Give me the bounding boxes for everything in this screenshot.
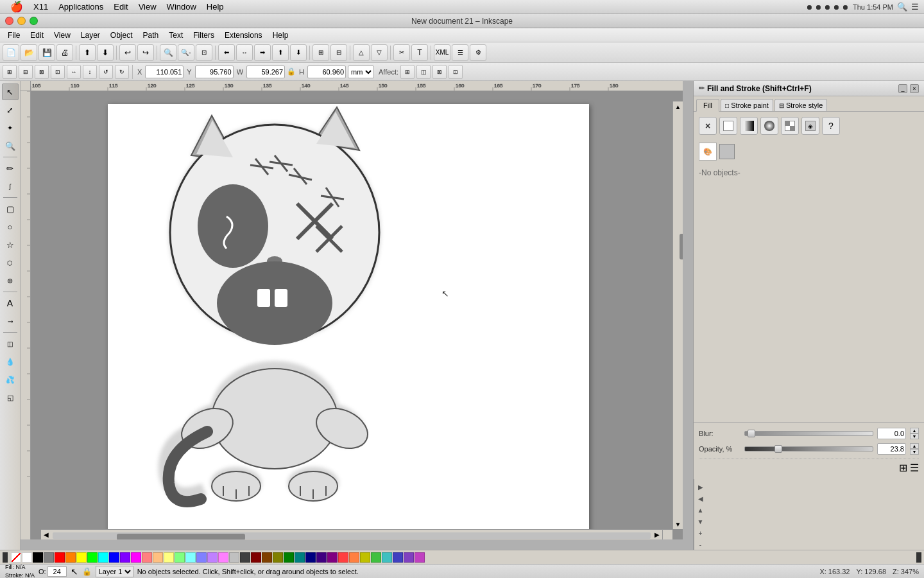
color-swatch-19[interactable]	[229, 552, 239, 563]
align-bottom-button[interactable]: ⬇	[290, 44, 307, 61]
color-swatch-3[interactable]	[55, 552, 65, 563]
edge-button-4[interactable]: ▼	[696, 516, 706, 527]
appmenu-text[interactable]: Text	[164, 30, 188, 41]
blur-slider-track[interactable]	[744, 431, 873, 436]
fill-swatch-button[interactable]: ◈	[801, 117, 819, 135]
opacity-slider-track[interactable]	[744, 446, 873, 451]
menu-applications[interactable]: Applications	[53, 1, 108, 13]
color-swatch-4[interactable]	[65, 552, 76, 563]
opacity-slider-thumb[interactable]	[774, 445, 782, 453]
zoom-fit-button[interactable]: ⊡	[196, 44, 212, 61]
h-input[interactable]	[307, 66, 346, 78]
canvas-area[interactable]: 105 110 115 120 125 130 135 140	[21, 81, 693, 550]
lower-button[interactable]: ▽	[371, 44, 388, 61]
color-swatch-31[interactable]	[360, 552, 370, 563]
zoom-tool-button[interactable]: 🔍	[2, 137, 19, 154]
align-left-button[interactable]: ⬅	[218, 44, 235, 61]
fill-none-button[interactable]: ×	[699, 117, 717, 135]
text-tool-button[interactable]: A	[2, 295, 19, 311]
edge-button-6[interactable]: -	[696, 539, 706, 550]
color-swatch-11[interactable]	[142, 552, 152, 563]
maximize-button[interactable]	[30, 17, 38, 25]
color-swatch-7[interactable]	[98, 552, 108, 563]
select-same-button[interactable]: ⊟	[19, 65, 33, 79]
eraser-tool-button[interactable]: ◱	[2, 389, 19, 406]
scroll-left-button[interactable]: ◀	[41, 530, 51, 540]
palette-right-button[interactable]	[916, 552, 921, 563]
w-input[interactable]	[246, 66, 285, 78]
hscroll-thumb[interactable]	[117, 534, 245, 539]
color-swatch-2[interactable]	[44, 552, 54, 563]
align-top-button[interactable]: ⬆	[272, 44, 289, 61]
new-document-button[interactable]: 📄	[3, 44, 19, 61]
close-button[interactable]	[5, 17, 13, 25]
opacity-status-input[interactable]	[47, 566, 67, 577]
node-editor-button[interactable]: ✂	[393, 44, 410, 61]
edge-button-2[interactable]: ◀	[696, 493, 706, 504]
circle-tool-button[interactable]: ○	[2, 218, 19, 235]
flip-v-button[interactable]: ↕	[83, 65, 97, 79]
grid-view-button[interactable]: ⊞	[899, 462, 907, 474]
menu-x11[interactable]: X11	[28, 1, 53, 13]
canvas[interactable]: ↖ ▲ ▼ ◀ ▶	[31, 91, 683, 539]
blur-value-input[interactable]	[877, 428, 906, 439]
search-icon[interactable]: 🔍	[897, 2, 907, 12]
layer-select[interactable]: Layer 1	[96, 566, 133, 577]
y-input[interactable]	[195, 66, 234, 78]
panel-close-button[interactable]: ×	[910, 84, 919, 93]
edge-button-1[interactable]: ▶	[696, 482, 706, 492]
open-button[interactable]: 📂	[21, 44, 37, 61]
color-swatch-25[interactable]	[295, 552, 305, 563]
color-swatch-18[interactable]	[218, 552, 228, 563]
color-swatch-35[interactable]	[404, 552, 414, 563]
star-tool-button[interactable]: ☆	[2, 236, 19, 253]
color-swatch-22[interactable]	[262, 552, 272, 563]
drawing-area[interactable]: ↖	[108, 104, 589, 539]
affect-all-button[interactable]: ⊡	[449, 65, 463, 79]
affect-geo-button[interactable]: ⊞	[400, 65, 415, 79]
tab-stroke-style[interactable]: ⊟ Stroke style	[774, 99, 828, 111]
minimize-button[interactable]	[17, 17, 26, 25]
rect-tool-button[interactable]: ▢	[2, 200, 19, 217]
edge-button-3[interactable]: ▲	[696, 505, 706, 515]
menu-icon[interactable]: ☰	[911, 2, 919, 12]
blur-increase-button[interactable]: ▲	[910, 428, 919, 434]
opacity-decrease-button[interactable]: ▼	[910, 449, 919, 455]
transform-button[interactable]: ⊠	[35, 65, 49, 79]
vertical-scrollbar[interactable]: ▲ ▼	[672, 101, 683, 529]
color-swatch-34[interactable]	[393, 552, 403, 563]
zoom-in-button[interactable]: 🔍	[160, 44, 176, 61]
fill-linear-button[interactable]	[740, 117, 758, 135]
color-swatch-30[interactable]	[349, 552, 359, 563]
color-swatch-13[interactable]	[164, 552, 174, 563]
raise-button[interactable]: △	[353, 44, 370, 61]
menu-help[interactable]: Help	[201, 1, 229, 13]
align-center-button[interactable]: ↔	[236, 44, 253, 61]
save-button[interactable]: 💾	[38, 44, 55, 61]
color-swatch-17[interactable]	[207, 552, 218, 563]
color-swatch-10[interactable]	[131, 552, 141, 563]
color-swatch-33[interactable]	[382, 552, 392, 563]
x-input[interactable]	[145, 66, 184, 78]
tab-fill[interactable]: Fill	[696, 99, 719, 112]
pencil-tool-button[interactable]: ✏	[2, 160, 19, 177]
dropper-tool-button[interactable]: 💧	[2, 353, 19, 370]
rotate-cw-button[interactable]: ↻	[115, 65, 129, 79]
color-swatch-1[interactable]	[33, 552, 43, 563]
document-canvas[interactable]: ↖	[108, 104, 589, 539]
fill-pattern-button[interactable]	[781, 117, 799, 135]
scroll-up-button[interactable]: ▲	[673, 101, 683, 112]
tab-stroke-paint[interactable]: □ Stroke paint	[721, 99, 773, 111]
appmenu-extensions[interactable]: Extensions	[219, 30, 268, 41]
menu-edit[interactable]: Edit	[108, 1, 133, 13]
flip-h-button[interactable]: ↔	[67, 65, 81, 79]
appmenu-edit[interactable]: Edit	[25, 30, 49, 41]
scroll-down-button[interactable]: ▼	[673, 519, 683, 529]
fill-eyedropper-button[interactable]: 🎨	[699, 143, 717, 161]
color-swatch-32[interactable]	[371, 552, 381, 563]
horizontal-scrollbar[interactable]: ◀ ▶	[41, 529, 672, 539]
appmenu-layer[interactable]: Layer	[76, 30, 105, 41]
text-tool-button[interactable]: T	[411, 44, 428, 61]
align-right-button[interactable]: ➡	[254, 44, 271, 61]
no-color-swatch[interactable]	[11, 552, 21, 563]
